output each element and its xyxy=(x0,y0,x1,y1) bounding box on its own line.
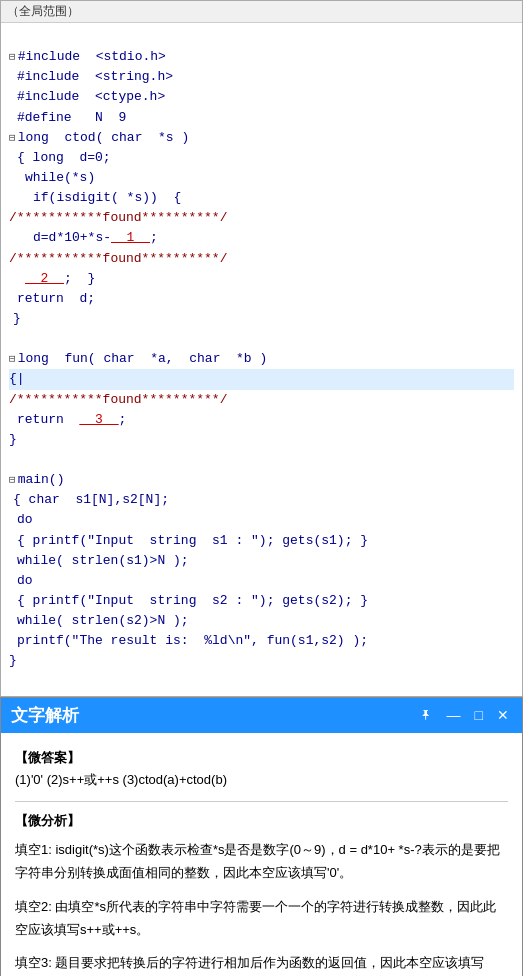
close-icon[interactable]: ✕ xyxy=(494,707,512,723)
analysis-body: 【微答案】 (1)'0' (2)s++或++s (3)ctod(a)+ctod(… xyxy=(1,733,522,976)
fold-icon4[interactable]: ⊟ xyxy=(9,474,16,486)
analysis-title: 文字解析 xyxy=(11,704,79,727)
scope-bar: （全局范围） xyxy=(1,1,522,23)
fill2-text: 填空2: 由填空*s所代表的字符串中字符需要一个一个的字符进行转换成整数，因此此… xyxy=(15,895,508,942)
code-area: ⊟#include <stdio.h> #include <string.h> … xyxy=(1,23,522,696)
fold-icon3[interactable]: ⊟ xyxy=(9,353,16,365)
code-container: （全局范围） ⊟#include <stdio.h> #include <str… xyxy=(0,0,523,697)
answer-text: (1)'0' (2)s++或++s (3)ctod(a)+ctod(b) xyxy=(15,769,508,791)
fill3-text: 填空3: 题目要求把转换后的字符进行相加后作为函数的返回值，因此本空应该填写ct… xyxy=(15,951,508,976)
analysis-header: 文字解析 🖈 — □ ✕ xyxy=(1,698,522,733)
found-line2: /***********found**********/ xyxy=(9,251,227,266)
cursor-line: {| xyxy=(9,369,514,389)
fold-icon2[interactable]: ⊟ xyxy=(9,132,16,144)
maximize-icon[interactable]: □ xyxy=(472,707,486,723)
pin-icon[interactable]: 🖈 xyxy=(416,707,436,723)
micro-answer-label: 【微答案】 xyxy=(15,750,80,765)
minimize-icon[interactable]: — xyxy=(444,707,464,723)
micro-analysis-section: 【微分析】 填空1: isdigit(*s)这个函数表示检查*s是否是数字(0～… xyxy=(15,810,508,976)
analysis-controls: 🖈 — □ ✕ xyxy=(416,707,512,723)
fold-icon[interactable]: ⊟ xyxy=(9,51,16,63)
found-line3: /***********found**********/ xyxy=(9,392,227,407)
found-line1: /***********found**********/ xyxy=(9,210,227,225)
micro-analysis-label: 【微分析】 xyxy=(15,813,80,828)
fill1-text: 填空1: isdigit(*s)这个函数表示检查*s是否是数字(0～9)，d =… xyxy=(15,838,508,885)
micro-answer-section: 【微答案】 (1)'0' (2)s++或++s (3)ctod(a)+ctod(… xyxy=(15,747,508,791)
analysis-panel: 文字解析 🖈 — □ ✕ 【微答案】 (1)'0' (2)s++或++s (3)… xyxy=(0,697,523,976)
